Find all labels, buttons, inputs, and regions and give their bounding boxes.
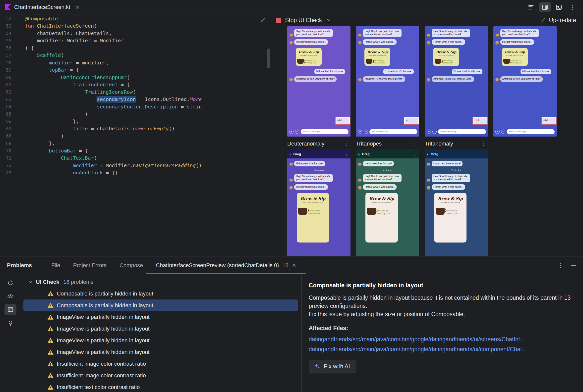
emoji-icon[interactable]: ☺ — [295, 130, 299, 134]
tab-file[interactable]: File — [45, 256, 67, 274]
code-line[interactable]: 72 modifier = Modifier.navigationBarsPad… — [0, 162, 271, 169]
code-line-text: modifier = modifier, — [12, 60, 109, 66]
problems-group-row[interactable]: UI Check 18 problems — [24, 276, 298, 288]
back-icon[interactable]: ‹ — [289, 152, 291, 156]
code-line[interactable]: 56) { — [0, 44, 271, 52]
code-editor[interactable]: 52@Composable53fun ChatInterfaceScreen(5… — [0, 14, 271, 256]
more-options-icon[interactable]: ⋮ — [413, 152, 417, 156]
variant-options-icon[interactable]: ⋮ — [481, 140, 488, 147]
chat-message: Hey! Should we go to that cafe you menti… — [289, 174, 349, 182]
problem-row[interactable]: Insufficient text color contrast ratio — [24, 381, 298, 392]
code-view-button[interactable] — [525, 2, 537, 12]
code-line-text: DatingAndFriendsAppBar( — [12, 74, 130, 80]
variant-options-icon[interactable]: ⋮ — [344, 140, 351, 147]
details-view-button[interactable] — [5, 304, 17, 315]
code-line-text: ChatTextBar( — [12, 155, 97, 161]
variant-label-tritanomaly: Tritanomaly⋮ — [425, 140, 488, 147]
preview-thumbnail-deuteranomaly[interactable]: ‹Greg⋮Haha, next time for sure!Yesterday… — [287, 150, 351, 256]
code-line[interactable]: 53fun ChatInterfaceScreen( — [0, 22, 271, 30]
code-line[interactable]: 71 ChatTextBar( — [0, 154, 271, 162]
problem-row[interactable]: ImageView is partially hidden in layout — [24, 346, 298, 358]
close-tab-icon[interactable]: ✕ — [292, 262, 296, 268]
line-number: 71 — [0, 156, 12, 161]
message-input[interactable]: Write A Message — [301, 129, 349, 134]
code-line[interactable]: 60 DatingAndFriendsAppBar( — [0, 74, 271, 81]
code-line[interactable]: 67 title = chatDetails.name.orEmpty() — [0, 125, 271, 132]
code-token: ) — [25, 111, 88, 117]
message-input[interactable]: Write A Message — [438, 129, 486, 134]
back-icon[interactable]: ‹ — [358, 152, 360, 156]
more-options-icon[interactable]: ⋮ — [345, 152, 348, 156]
rerun-check-button[interactable] — [5, 277, 17, 288]
code-line[interactable]: 54 chatDetails: ChatDetails, — [0, 30, 271, 37]
add-icon[interactable]: + — [358, 130, 362, 134]
code-line[interactable]: 69 }, — [0, 140, 271, 147]
emoji-icon[interactable]: ☺ — [364, 130, 368, 134]
preview-thumbnail-2[interactable]: Hey! Should we go to that cafe you menti… — [356, 26, 419, 136]
code-line[interactable]: 57 Scaffold( — [0, 52, 271, 59]
code-line[interactable]: 70 bottomBar = { — [0, 147, 271, 154]
editor-tab[interactable]: ChatInterfaceScreen.kt ✕ — [0, 0, 85, 14]
panel-options-icon[interactable]: ⋮ — [558, 262, 563, 269]
emoji-icon[interactable]: ☺ — [432, 130, 437, 134]
message-input[interactable]: Write A Message — [507, 129, 555, 134]
view-options-button[interactable] — [5, 291, 17, 302]
affected-file-link[interactable]: datingandfriends/src/main/java/com/ibm/g… — [309, 335, 574, 344]
warning-icon — [47, 314, 54, 320]
problem-row[interactable]: ImageView is partially hidden in layout — [24, 311, 298, 323]
preview-thumbnail-tritanomaly[interactable]: ‹Greg⋮Haha, next time for sure!Yesterday… — [425, 150, 488, 256]
line-number: 54 — [0, 30, 12, 36]
stop-ui-check-button[interactable]: Stop UI Check — [276, 17, 322, 24]
tab-compose[interactable]: Compose — [113, 256, 149, 274]
problem-row[interactable]: Insufficient image color contrast ratio — [24, 370, 298, 381]
code-line[interactable]: 64 secondaryContentDescription = strin — [0, 103, 271, 110]
tab-project-errors[interactable]: Project Errors — [67, 256, 113, 274]
inspections-ok-check-icon[interactable]: ✓ — [260, 16, 266, 24]
code-line[interactable]: 52@Composable — [0, 15, 271, 22]
preview-thumbnail-1[interactable]: Hey! Should we go to that cafe you menti… — [287, 26, 351, 136]
code-line[interactable]: 73 onAddClick = {} — [0, 169, 271, 176]
code-line[interactable]: 66 }, — [0, 118, 271, 125]
split-view-button[interactable] — [539, 2, 551, 12]
stop-options-dropdown[interactable] — [326, 18, 331, 23]
code-line[interactable]: 59 topBar = { — [0, 66, 271, 74]
warning-icon — [47, 361, 54, 367]
design-view-button[interactable] — [553, 2, 564, 12]
preview-thumbnail-3[interactable]: Hey! Should we go to that cafe you menti… — [425, 26, 488, 136]
code-line[interactable]: 61 trailingContent = { — [0, 81, 271, 88]
fix-with-ai-button[interactable]: Fix with AI — [309, 360, 356, 373]
add-icon[interactable]: + — [495, 130, 500, 134]
problem-row[interactable]: ImageView is partially hidden in layout — [24, 334, 298, 346]
add-icon[interactable]: + — [427, 130, 431, 134]
minimize-panel-icon[interactable] — [571, 265, 576, 266]
affected-file-link[interactable]: datingandfriends/src/main/java/com/ibm/g… — [309, 345, 574, 354]
brew-link: brew&sip.com — [442, 62, 453, 64]
tab-chatinterfacescreenpreview[interactable]: ChatInterfaceScreenPreview (sortedChatDe… — [149, 256, 303, 274]
editor-scrollbar-thumb[interactable] — [267, 48, 270, 68]
preview-thumbnail-tritanopes[interactable]: ‹Greg⋮Haha, next time for sure!Yesterday… — [356, 150, 419, 256]
code-token: }, — [25, 140, 55, 146]
code-line[interactable]: 63 secondaryIcon = Icons.Outlined.More — [0, 96, 271, 103]
preview-thumbnail-4[interactable]: Hey! Should we go to that cafe you menti… — [493, 26, 557, 136]
problem-row[interactable]: Composable is partially hidden in layout — [24, 288, 298, 300]
code-line[interactable]: 58 modifier = modifier, — [0, 59, 271, 66]
problem-row[interactable]: Insufficient image color contrast ratio — [24, 358, 298, 370]
ui-check-highlight: I'd d — [473, 118, 487, 124]
problem-row[interactable]: ImageView is partially hidden in layout — [24, 323, 298, 334]
more-options-button[interactable]: ⋮ — [567, 2, 578, 12]
emoji-icon[interactable]: ☺ — [501, 130, 505, 134]
code-token: More — [190, 96, 202, 102]
code-line[interactable]: 55 modifier: Modifier = Modifier — [0, 37, 271, 44]
more-options-icon[interactable]: ⋮ — [482, 152, 486, 156]
back-icon[interactable]: ‹ — [427, 152, 428, 156]
message-input[interactable]: Write A Message — [369, 129, 417, 134]
variant-options-icon[interactable]: ⋮ — [412, 140, 419, 147]
close-tab-icon[interactable]: ✕ — [75, 4, 80, 10]
problems-group-name: UI Check — [36, 279, 59, 285]
code-line[interactable]: 65 ) — [0, 110, 271, 118]
code-line[interactable]: 62 TrailingIconsRow( — [0, 88, 271, 96]
problem-row[interactable]: Composable is partially hidden in layout — [24, 300, 298, 311]
add-icon[interactable]: + — [289, 130, 294, 134]
quick-fix-button[interactable] — [5, 318, 17, 328]
code-line[interactable]: 68 ) — [0, 132, 271, 140]
